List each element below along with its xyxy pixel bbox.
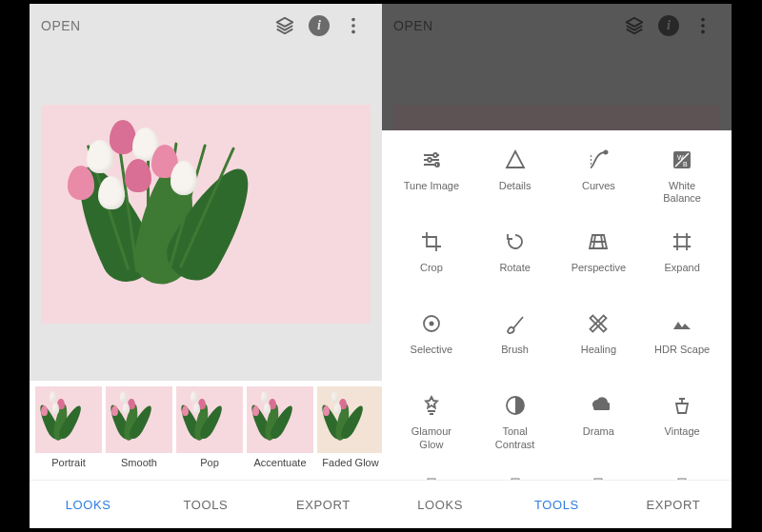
app-comparison-stage: OPEN i PortraitS bbox=[0, 0, 762, 532]
tool-label: White Balance bbox=[663, 180, 701, 205]
glamour-icon bbox=[419, 393, 444, 418]
svg-point-16 bbox=[429, 322, 433, 326]
tool-drama[interactable]: Drama bbox=[557, 393, 641, 450]
tool-label: Brush bbox=[501, 344, 529, 368]
top-bar: OPEN i bbox=[30, 4, 382, 48]
tool-label: Glamour Glow bbox=[411, 425, 451, 450]
tool-tune[interactable]: Tune Image bbox=[390, 148, 473, 205]
tool-tonal[interactable]: Tonal Contrast bbox=[473, 393, 557, 450]
tool-label: Tune Image bbox=[404, 180, 459, 205]
look-thumb-label: Portrait bbox=[51, 457, 85, 468]
rotate-icon bbox=[503, 229, 528, 254]
tool-label: Expand bbox=[664, 262, 699, 286]
tool-label: Vintage bbox=[665, 425, 700, 450]
svg-point-9 bbox=[605, 150, 608, 153]
svg-point-0 bbox=[351, 18, 355, 22]
tool-label: HDR Scape bbox=[654, 344, 710, 368]
tool-label: Rotate bbox=[499, 262, 530, 286]
tab-export[interactable]: EXPORT bbox=[265, 481, 382, 528]
look-thumb-label: Pop bbox=[200, 457, 219, 468]
tool-label: Selective bbox=[411, 344, 453, 368]
tool-label: Perspective bbox=[572, 262, 626, 286]
vintage-icon bbox=[670, 393, 694, 418]
tools-sheet: Tune ImageDetailsCurvesWBWhite BalanceCr… bbox=[382, 130, 732, 480]
selective-icon bbox=[419, 311, 444, 336]
brush-icon bbox=[503, 311, 528, 336]
tools-grid: Tune ImageDetailsCurvesWBWhite BalanceCr… bbox=[382, 130, 732, 480]
tool-hdr[interactable]: HDR Scape bbox=[640, 311, 724, 368]
image-canvas[interactable] bbox=[30, 48, 382, 381]
details-icon bbox=[503, 148, 528, 172]
look-thumb-image bbox=[247, 386, 313, 453]
tonal-icon bbox=[503, 393, 528, 418]
tab-tools[interactable]: TOOLS bbox=[147, 481, 264, 528]
look-thumb-image bbox=[35, 386, 102, 453]
svg-point-2 bbox=[351, 30, 355, 34]
svg-point-7 bbox=[428, 158, 431, 162]
main-photo bbox=[41, 105, 371, 324]
svg-rect-18 bbox=[591, 324, 598, 331]
tab-tools[interactable]: TOOLS bbox=[498, 481, 614, 528]
bottom-nav: LOOKS TOOLS EXPORT bbox=[382, 480, 732, 528]
look-thumb-image bbox=[176, 386, 243, 453]
stacks-icon[interactable] bbox=[268, 9, 302, 43]
svg-rect-17 bbox=[598, 316, 606, 324]
curves-icon bbox=[586, 148, 611, 172]
tool-label: Crop bbox=[420, 262, 443, 286]
tool-label: Details bbox=[499, 180, 531, 205]
tool-details[interactable]: Details bbox=[473, 148, 557, 205]
look-thumb[interactable]: Accentuate bbox=[247, 386, 313, 480]
tab-looks[interactable]: LOOKS bbox=[382, 481, 498, 528]
svg-text:B: B bbox=[683, 161, 688, 167]
look-thumb[interactable]: Faded Glow bbox=[317, 386, 382, 480]
look-thumb-label: Smooth bbox=[121, 457, 157, 468]
svg-rect-20 bbox=[598, 324, 606, 331]
svg-rect-14 bbox=[677, 237, 687, 246]
look-thumb[interactable]: Smooth bbox=[106, 386, 172, 480]
look-thumb[interactable]: Portrait bbox=[35, 386, 102, 480]
tool-label: Drama bbox=[583, 425, 614, 450]
tool-wb[interactable]: WBWhite Balance bbox=[640, 148, 724, 205]
look-thumb[interactable]: Pop bbox=[176, 386, 243, 480]
perspective-icon bbox=[586, 229, 611, 254]
expand-icon bbox=[670, 229, 694, 254]
tool-selective[interactable]: Selective bbox=[390, 311, 473, 368]
tool-brush[interactable]: Brush bbox=[473, 311, 557, 368]
tool-perspective[interactable]: Perspective bbox=[557, 229, 641, 286]
tab-export[interactable]: EXPORT bbox=[615, 481, 732, 528]
tool-crop[interactable]: Crop bbox=[390, 229, 473, 286]
svg-point-6 bbox=[433, 153, 437, 157]
screen-looks: OPEN i PortraitS bbox=[30, 4, 382, 528]
look-thumb-image bbox=[317, 386, 382, 453]
tool-label: Curves bbox=[582, 180, 615, 205]
tool-healing[interactable]: Healing bbox=[557, 311, 641, 368]
looks-strip[interactable]: PortraitSmoothPopAccentuateFaded Glow bbox=[30, 381, 382, 480]
tool-vintage[interactable]: Vintage bbox=[640, 393, 724, 450]
tool-label: Tonal Contrast bbox=[495, 425, 535, 450]
svg-rect-19 bbox=[591, 316, 598, 324]
look-thumb-label: Accentuate bbox=[253, 457, 306, 468]
tool-glamour[interactable]: Glamour Glow bbox=[390, 393, 473, 450]
more-icon[interactable] bbox=[336, 9, 371, 43]
crop-icon bbox=[419, 229, 444, 254]
drama-icon bbox=[586, 393, 611, 418]
healing-icon bbox=[586, 311, 611, 336]
tab-looks[interactable]: LOOKS bbox=[30, 481, 147, 528]
screen-tools: OPEN i Tune ImageDetailsCurvesWBWhite Ba… bbox=[382, 4, 732, 528]
tool-curves[interactable]: Curves bbox=[557, 148, 641, 205]
wb-icon: WB bbox=[670, 148, 694, 172]
tool-rotate[interactable]: Rotate bbox=[473, 229, 557, 286]
bottom-nav: LOOKS TOOLS EXPORT bbox=[30, 480, 382, 528]
tool-expand[interactable]: Expand bbox=[640, 229, 724, 286]
hdr-icon bbox=[670, 311, 694, 336]
tool-label: Healing bbox=[581, 344, 616, 368]
svg-point-1 bbox=[351, 24, 355, 28]
look-thumb-image bbox=[106, 386, 172, 453]
info-icon[interactable]: i bbox=[302, 9, 336, 43]
open-button[interactable]: OPEN bbox=[41, 18, 81, 33]
tune-icon bbox=[419, 148, 444, 172]
look-thumb-label: Faded Glow bbox=[322, 457, 378, 468]
